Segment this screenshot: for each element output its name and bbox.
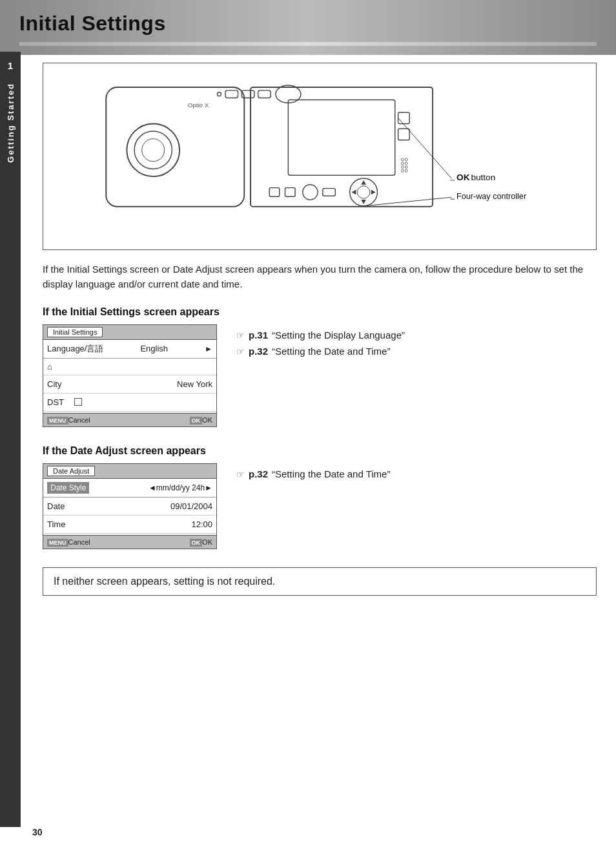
- svg-point-15: [405, 158, 407, 161]
- sidebar-chapter-label: Getting Started: [6, 83, 15, 163]
- svg-text:button: button: [471, 173, 495, 182]
- lcd-menu-small-tag: MENU: [47, 417, 68, 424]
- lcd-ok-small-tag-1: OK: [190, 417, 203, 424]
- svg-point-14: [401, 158, 404, 161]
- svg-rect-13: [398, 129, 410, 140]
- section1-ref1: ☞ p.31 “Setting the Display Language”: [236, 327, 597, 344]
- svg-rect-10: [251, 87, 433, 207]
- lcd-ok-label-1: OK: [202, 416, 212, 424]
- intro-paragraph: If the Initial Settings screen or Date A…: [43, 262, 597, 292]
- svg-point-20: [401, 169, 404, 172]
- main-content: Optio X: [23, 55, 616, 615]
- camera-diagram-svg: Optio X: [43, 63, 596, 249]
- section1-ref2-text: “Setting the Date and Time”: [272, 343, 390, 360]
- section1-heading: If the Initial Settings screen appears: [43, 306, 597, 318]
- svg-text:OK: OK: [457, 173, 470, 182]
- svg-rect-25: [323, 189, 335, 196]
- lcd-date-style-label: Date Style: [47, 482, 89, 494]
- svg-point-9: [217, 92, 221, 96]
- lcd-date-row: Date 09/01/2004: [43, 498, 216, 516]
- lcd-footer-initial: MENUCancel OKOK: [43, 413, 216, 426]
- section1-ref1-text: “Setting the Display Language”: [272, 327, 405, 344]
- svg-marker-28: [361, 180, 366, 185]
- svg-point-21: [405, 169, 407, 172]
- svg-text:Optio X: Optio X: [188, 101, 209, 109]
- svg-point-24: [303, 185, 318, 200]
- section1-ref1-page: p.31: [249, 327, 268, 344]
- section1-ref2-page: p.32: [249, 343, 268, 360]
- lcd-ok-area-2: OKOK: [190, 538, 212, 546]
- svg-line-33: [364, 197, 451, 206]
- page-title: Initial Settings: [19, 12, 597, 36]
- lcd-titlebar-date: Date Adjust: [43, 464, 216, 479]
- section2-description: ☞ p.32 “Setting the Date and Time”: [236, 463, 597, 483]
- svg-point-17: [405, 162, 407, 165]
- page-number: 30: [0, 827, 616, 837]
- section2-heading: If the Date Adjust screen appears: [43, 445, 597, 457]
- lcd-lang-value: English: [140, 344, 168, 353]
- svg-rect-7: [258, 90, 271, 98]
- lcd-ok-area-1: OKOK: [190, 416, 212, 424]
- lcd-lang-label: Language/言語: [47, 343, 103, 355]
- page-header: Initial Settings: [0, 0, 616, 55]
- lcd-dst-checkbox: [74, 398, 82, 406]
- lcd-date-style-row: Date Style ◄mm/dd/yy 24h►: [43, 479, 216, 498]
- lcd-dst-label: DST: [47, 397, 64, 407]
- lcd-city-row: City New York: [43, 375, 216, 393]
- svg-rect-23: [285, 188, 296, 197]
- svg-rect-5: [225, 90, 238, 98]
- svg-text:Four-way controller: Four-way controller: [457, 192, 526, 201]
- lcd-date-value: 09/01/2004: [170, 501, 212, 511]
- svg-marker-30: [352, 190, 356, 195]
- lcd-city-label: City: [47, 379, 61, 389]
- section2-ref1-page: p.32: [249, 466, 268, 483]
- section2-content-row: Date Adjust Date Style ◄mm/dd/yy 24h► Da…: [43, 463, 597, 549]
- ref-icon-3: ☞: [236, 467, 245, 483]
- svg-point-3: [142, 139, 165, 162]
- lcd-date-label: Date: [47, 501, 65, 511]
- lcd-time-value: 12:00: [191, 519, 212, 529]
- lcd-menu-tag-2: MENUCancel: [47, 538, 90, 546]
- initial-settings-screen: Initial Settings Language/言語 English ► ⌂…: [43, 324, 217, 427]
- camera-diagram-box: Optio X: [43, 63, 597, 250]
- lcd-language-row: Language/言語 English ►: [43, 340, 216, 359]
- section2-ref1-text: “Setting the Date and Time”: [272, 466, 390, 483]
- svg-marker-29: [361, 200, 366, 204]
- lcd-ok-small-tag-2: OK: [190, 539, 203, 547]
- lcd-cancel-label-2: Cancel: [68, 538, 90, 546]
- lcd-home-icon: ⌂: [47, 362, 52, 372]
- svg-point-19: [405, 166, 407, 169]
- section1-description: ☞ p.31 “Setting the Display Language” ☞ …: [236, 324, 597, 361]
- svg-rect-12: [398, 112, 410, 124]
- lcd-time-label: Time: [47, 519, 65, 529]
- lcd-date-style-value: ◄mm/dd/yy 24h►: [149, 483, 212, 492]
- lcd-footer-date: MENUCancel OKOK: [43, 535, 216, 549]
- svg-rect-11: [288, 100, 395, 175]
- section1-ref2: ☞ p.32 “Setting the Date and Time”: [236, 343, 597, 360]
- svg-point-16: [401, 162, 404, 165]
- ref-icon-1: ☞: [236, 328, 245, 344]
- lcd-dst-row: DST: [43, 393, 216, 412]
- page-number-value: 30: [32, 827, 43, 837]
- section1-content-row: Initial Settings Language/言語 English ► ⌂…: [43, 324, 597, 427]
- lcd-title-label: Initial Settings: [47, 327, 103, 337]
- lcd-cancel-label-1: Cancel: [68, 416, 90, 424]
- lcd-ok-label-2: OK: [202, 538, 212, 546]
- lcd-time-row: Time 12:00: [43, 516, 216, 534]
- lcd-menu-small-tag-2: MENU: [47, 539, 68, 547]
- lcd-date-title-label: Date Adjust: [47, 466, 95, 476]
- lcd-titlebar-initial: Initial Settings: [43, 325, 216, 340]
- svg-rect-22: [269, 188, 280, 197]
- svg-point-18: [401, 166, 404, 169]
- sidebar: 1 Getting Started: [0, 52, 21, 827]
- notice-box: If neither screen appears, setting is no…: [43, 567, 597, 596]
- header-line: [19, 42, 597, 46]
- svg-marker-31: [371, 190, 376, 195]
- lcd-city-icon-row: ⌂: [43, 359, 216, 375]
- ref-icon-2: ☞: [236, 344, 245, 360]
- lcd-city-value: New York: [177, 379, 212, 389]
- svg-point-27: [357, 186, 369, 198]
- lcd-menu-tag-1: MENUCancel: [47, 416, 90, 424]
- lcd-lang-arrow: ►: [205, 344, 212, 353]
- section2-ref1: ☞ p.32 “Setting the Date and Time”: [236, 466, 597, 483]
